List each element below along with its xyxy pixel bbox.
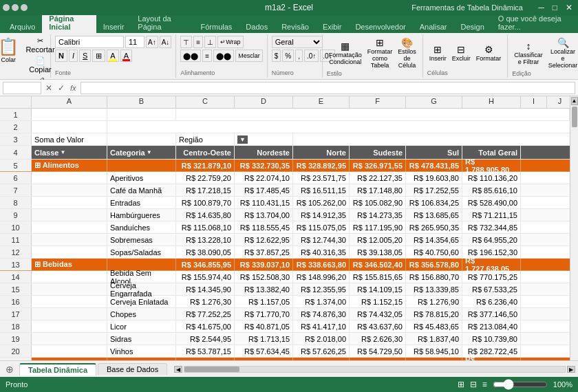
cell-B8[interactable]: Entradas (107, 197, 176, 208)
cell-A6[interactable] (32, 172, 107, 184)
col-header-H[interactable]: H (462, 96, 521, 108)
cell-B20[interactable]: Vinhos (107, 345, 176, 357)
cell-F5[interactable]: R$ 326.971,55 (350, 160, 406, 171)
cell-F10[interactable]: R$ 117.195,90 (350, 221, 406, 233)
cell-D11[interactable]: R$ 12.622,95 (235, 234, 293, 246)
increase-decimal-button[interactable]: .0↑ (304, 50, 319, 62)
cell-G19[interactable]: R$ 1.837,40 (406, 333, 462, 345)
align-center-button[interactable]: ≡ (202, 50, 212, 62)
row-num[interactable]: 8 (0, 197, 32, 208)
cell-B5[interactable] (107, 160, 176, 171)
cell-E8[interactable]: R$ 105.262,00 (293, 197, 350, 208)
cell-B11[interactable]: Sobremesas (107, 234, 176, 246)
cell-F14[interactable]: R$ 155.815,65 (350, 271, 406, 283)
col-header-C[interactable]: C (176, 96, 235, 108)
cell-B10[interactable]: Sanduíches (107, 221, 176, 233)
cell-F19[interactable]: R$ 2.626,30 (350, 333, 406, 345)
cell-E7[interactable]: R$ 16.511,15 (293, 184, 350, 196)
cell-E10[interactable]: R$ 115.075,05 (293, 221, 350, 233)
cell-D6[interactable]: R$ 22.074,10 (235, 172, 293, 184)
row-num[interactable]: 17 (0, 308, 32, 320)
tab-dados[interactable]: Dados (239, 21, 275, 33)
col-header-J[interactable]: J (547, 96, 570, 108)
col-header-B[interactable]: B (107, 96, 176, 108)
cell-F6[interactable]: R$ 22.127,35 (350, 172, 406, 184)
cell-H5[interactable]: R$ 1.788.905,80 (462, 160, 521, 171)
cell-H8[interactable]: R$ 528.490,00 (462, 197, 521, 208)
cell-C3[interactable]: Região (176, 133, 235, 145)
cell-C13[interactable]: R$ 346.855,95 (176, 259, 235, 270)
cell-A5[interactable]: ⊞ Alimentos (32, 160, 107, 171)
tab-inserir[interactable]: Inserir (96, 21, 131, 33)
row-num[interactable]: 1 (0, 109, 32, 120)
cell-A2[interactable] (32, 121, 107, 133)
sheet-tab-base-de-dados[interactable]: Base de Dados (98, 363, 167, 375)
tab-analisar[interactable]: Analisar (413, 21, 454, 33)
page-layout-view-button[interactable]: ⊟ (470, 380, 477, 389)
cell-G6[interactable]: R$ 19.603,80 (406, 172, 462, 184)
col-header-G[interactable]: G (406, 96, 462, 108)
cell-D15[interactable]: R$ 13.382,40 (235, 283, 293, 295)
cell-G15[interactable]: R$ 13.339,85 (406, 283, 462, 295)
cell-H16[interactable]: R$ 6.236,40 (462, 296, 521, 307)
cell-D13[interactable]: R$ 339.037,10 (235, 259, 293, 270)
vertical-scrollbar[interactable]: ▲ (570, 96, 578, 360)
number-format-select[interactable]: Geral (272, 36, 323, 48)
zoom-slider[interactable] (493, 381, 548, 388)
cell-H18[interactable]: R$ 213.084,40 (462, 320, 521, 332)
tab-desenvolvedor[interactable]: Desenvolvedor (348, 21, 412, 33)
cell-B1[interactable] (107, 109, 176, 120)
tab-exibir[interactable]: Exibir (316, 21, 349, 33)
tab-formulas[interactable]: Fórmulas (193, 21, 239, 33)
row-num[interactable]: 4 (0, 146, 32, 159)
cell-D12[interactable]: R$ 37.857,25 (235, 246, 293, 258)
cell-B17[interactable]: Chopes (107, 308, 176, 320)
cell-H7[interactable]: R$ 85.616,10 (462, 184, 521, 196)
tab-layout[interactable]: Layout da Página (131, 12, 193, 33)
conditional-format-button[interactable]: ▦FormataçãoCondicional (327, 39, 364, 67)
row-num[interactable]: 13 (0, 259, 32, 270)
currency-button[interactable]: $ (272, 50, 281, 62)
cell-E12[interactable]: R$ 40.316,35 (293, 246, 350, 258)
align-top-button[interactable]: ⊤ (180, 36, 192, 48)
cancel-formula-button[interactable]: ✕ (44, 83, 54, 93)
row-num[interactable]: 3 (0, 133, 32, 145)
bold-button[interactable]: N (55, 50, 67, 62)
cell-C10[interactable]: R$ 115.068,10 (176, 221, 235, 233)
cell-F12[interactable]: R$ 39.138,05 (350, 246, 406, 258)
cell-C6[interactable]: R$ 22.759,20 (176, 172, 235, 184)
underline-button[interactable]: S (79, 50, 91, 62)
cell-B18[interactable]: Licor (107, 320, 176, 332)
cell-D4[interactable]: Nordeste (235, 146, 293, 159)
cell-F13[interactable]: R$ 346.502,40 (350, 259, 406, 270)
cell-H9[interactable]: R$ 71.211,15 (462, 209, 521, 221)
tab-arquivo[interactable]: Arquivo (3, 21, 42, 33)
cell-C5[interactable]: R$ 321.879,10 (176, 160, 235, 171)
cell-G17[interactable]: R$ 78.815,20 (406, 308, 462, 320)
formula-input[interactable]: Soma de Valor (81, 82, 575, 94)
cell-A16[interactable] (32, 296, 107, 307)
align-right-button[interactable]: ⬤⬤ (213, 50, 234, 62)
scroll-thumb[interactable] (572, 107, 577, 127)
cell-C20[interactable]: R$ 53.787,15 (176, 345, 235, 357)
cell-E16[interactable]: R$ 1.374,00 (293, 296, 350, 307)
cell-H10[interactable]: R$ 732.344,85 (462, 221, 521, 233)
cell-H15[interactable]: R$ 67.533,25 (462, 283, 521, 295)
cell-G18[interactable]: R$ 45.483,65 (406, 320, 462, 332)
cell-C9[interactable]: R$ 14.635,80 (176, 209, 235, 221)
cell-F16[interactable]: R$ 1.152,15 (350, 296, 406, 307)
cell-A17[interactable] (32, 308, 107, 320)
cell-F11[interactable]: R$ 12.005,20 (350, 234, 406, 246)
cell-A18[interactable] (32, 320, 107, 332)
cell-A10[interactable] (32, 221, 107, 233)
cell-G11[interactable]: R$ 14.354,65 (406, 234, 462, 246)
cell-C16[interactable]: R$ 1.276,30 (176, 296, 235, 307)
cell-A3[interactable]: Soma de Valor (32, 133, 107, 145)
row-num[interactable]: 18 (0, 320, 32, 332)
cell-G4[interactable]: Sul (406, 146, 462, 159)
delete-cells-button[interactable]: ⊟Excluir (450, 43, 473, 63)
paste-button[interactable]: 📋Colar (0, 36, 21, 65)
cell-E19[interactable]: R$ 2.018,00 (293, 333, 350, 345)
confirm-formula-button[interactable]: ✓ (56, 83, 66, 93)
merge-button[interactable]: Mesclar (235, 50, 263, 62)
